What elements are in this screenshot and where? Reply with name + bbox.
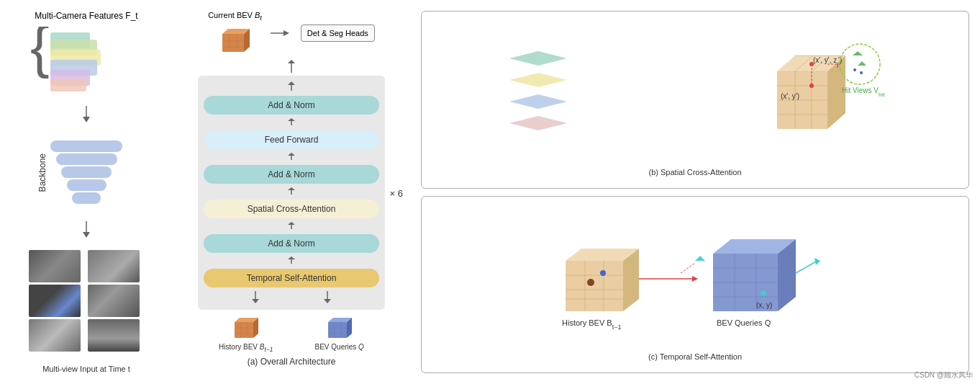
cam-img-2 [88,250,140,282]
middle-section: Current BEV Bt [173,7,410,377]
svg-marker-25 [288,118,295,121]
arch-arrow-5 [284,256,299,265]
add-norm-block-1: Add & Norm [204,96,379,115]
cam-img-3 [29,285,81,317]
arch-arrow-3 [284,187,299,196]
current-bev-label: Current BEV Bt [208,11,262,22]
spatial-bev-cube-area: (x', y', zj') (x', y') [727,28,885,153]
svg-marker-33 [288,256,295,259]
backbone-pill-2 [67,179,106,191]
feature-maps-label: Multi-Camera Features F_t [35,11,137,21]
temporal-detail-svg: History BEV Bt−1 [551,221,839,329]
temporal-self-attention-detail: History BEV Bt−1 [421,196,969,374]
svg-marker-93 [695,256,705,261]
spatial-cross-attention-block: Spatial Cross-Attention [204,200,379,218]
svg-marker-27 [288,153,295,156]
arrow-arch-to-bev [284,60,299,74]
cam-img-6 [88,319,140,352]
add-norm-block-2: Add & Norm [204,165,379,184]
bev-queries-label: BEV Queries Q [315,343,364,351]
svg-text:{: { [30,27,50,79]
svg-point-89 [600,270,606,276]
feed-forward-block: Feed Forward [204,130,379,149]
left-section: Multi-Camera Features F_t { Backbone [7,7,165,377]
svg-marker-53 [509,73,567,87]
feature-maps-group: Multi-Camera Features F_t { [29,11,144,95]
svg-marker-74 [853,51,863,55]
arch-bottom-arrows [205,291,378,304]
backbone-pill-4 [56,153,117,165]
bev-output-area: Current BEV Bt [208,11,375,55]
arch-title: (a) Overall Architecture [248,357,336,367]
arch-arrow-2 [284,153,299,161]
arrow-bev-det [271,26,292,40]
arch-top-arrow [284,81,299,92]
svg-marker-31 [288,222,295,225]
bev-queries-cube [322,313,357,341]
watermark: CSDN @顾水风华 [915,370,973,380]
svg-text:History BEV Bt−1: History BEV Bt−1 [562,318,621,329]
svg-marker-37 [324,299,331,303]
svg-rect-80 [566,261,623,311]
svg-marker-10 [83,232,90,238]
svg-marker-19 [283,30,289,36]
main-container: Multi-Camera Features F_t { Backbone [0,0,980,384]
cam-img-5 [29,319,81,352]
svg-marker-23 [288,81,295,85]
arch-arrow-1 [284,118,299,127]
spatial-cross-attention-inner: (x', y', zj') (x', y') [427,17,963,164]
cam-img-1 [29,250,81,282]
history-bev-label: History BEV Bt−1 [219,343,273,353]
svg-marker-29 [288,187,295,190]
det-seg-label: Det & Seg Heads [307,29,368,37]
svg-marker-21 [288,60,295,63]
bottom-inputs: History BEV Bt−1 BEV Queries Q [198,313,385,353]
svg-line-94 [681,263,695,273]
svg-marker-92 [692,276,698,282]
svg-rect-45 [328,322,347,338]
svg-point-77 [860,71,863,74]
svg-point-107 [761,290,766,296]
right-section: (x', y', zj') (x', y') [417,7,973,377]
multiview-label: Multi-view Input at Time t [42,365,130,373]
spatial-feature-planes [506,44,571,138]
svg-text:BEV Queries Q: BEV Queries Q [717,318,771,327]
backbone-pill-5 [50,140,122,152]
temporal-self-attention-inner: History BEV Bt−1 [427,202,963,349]
spatial-detail-svg: (x', y', zj') (x', y') [727,28,885,151]
svg-point-76 [853,68,856,71]
backbone-wrapper: Backbone [50,135,122,210]
arrow-backbone-cam [79,221,94,239]
svg-point-70 [809,84,814,88]
backbone-pill-1 [72,192,101,204]
arch-arrow-4 [284,222,299,231]
svg-marker-35 [252,299,259,303]
feature-maps-svg: { [29,27,144,95]
svg-marker-52 [509,51,567,66]
svg-marker-54 [509,94,567,109]
current-bev-group: Current BEV Bt [208,11,262,55]
svg-marker-75 [858,61,866,66]
svg-marker-106 [815,258,820,265]
bev-queries-input: BEV Queries Q [315,313,364,353]
backbone-label: Backbone [37,153,47,192]
svg-rect-6 [50,79,86,91]
times-label: × 6 [390,187,403,198]
temporal-self-attention-label: (c) Temporal Self-Attention [427,352,963,361]
svg-line-105 [796,261,817,273]
spatial-feat-svg [506,44,571,138]
history-bev-input: History BEV Bt−1 [219,313,273,353]
svg-rect-11 [222,34,244,52]
backbone-block [50,140,122,204]
svg-text:(x, y): (x, y) [756,301,772,309]
spatial-cross-attention-detail: (x', y', zj') (x', y') [421,11,969,189]
temporal-self-attention-block: Temporal Self-Attention [204,269,379,287]
camera-images-grid [29,250,144,352]
backbone-pill-3 [61,166,112,178]
arrow-feat-backbone [79,106,94,124]
svg-rect-38 [235,322,253,338]
arch-panel: Add & Norm Feed Forward Add & Norm [198,76,385,310]
cam-img-4 [88,285,140,317]
add-norm-block-3: Add & Norm [204,234,379,253]
det-seg-box: Det & Seg Heads [301,24,375,42]
